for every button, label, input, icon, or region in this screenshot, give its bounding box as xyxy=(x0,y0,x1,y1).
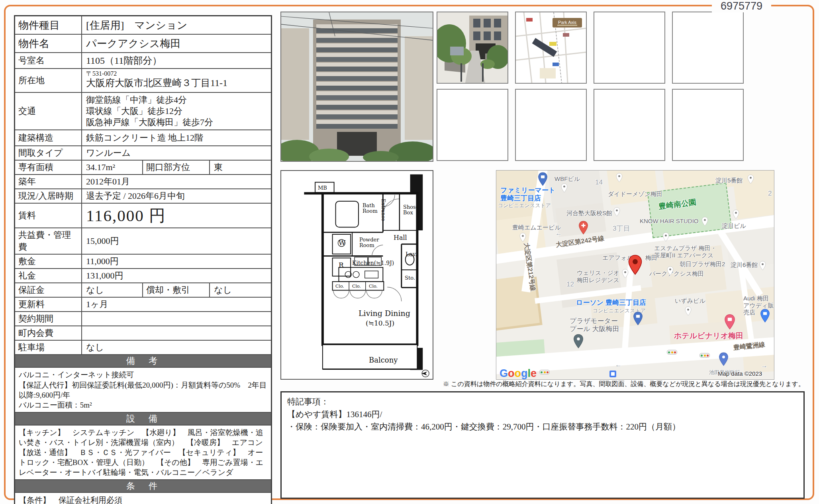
table-row: 現況/入居時期退去予定 / 2026年6月中旬 xyxy=(15,188,271,203)
google-logo-letter: e xyxy=(531,367,537,379)
map-label: WBFビル xyxy=(554,175,580,182)
google-logo-letter: l xyxy=(528,367,531,379)
floorplan-label: Bath Room xyxy=(362,203,378,214)
building-photo-illustration xyxy=(281,12,433,161)
conditions-body: 【条件】 保証会社利用必須 xyxy=(15,492,271,504)
property-location-marker xyxy=(628,255,643,275)
conditions-header: 条 件 xyxy=(15,479,271,492)
floorplan-label: MB xyxy=(318,185,327,191)
map-label: KNOW HAIR STUDIO xyxy=(640,218,699,225)
table-row: 建築構造鉄筋コンクリート造 地上12階 xyxy=(15,129,271,145)
table-row: 間取タイプワンルーム xyxy=(15,145,271,160)
empty-photo-slot xyxy=(594,89,665,161)
map-label: ファミリーマート 豊崎三丁目店 xyxy=(500,186,555,202)
empty-photo-slot xyxy=(594,12,665,84)
map-label: いずみビル xyxy=(675,297,705,304)
empty-photo-slot xyxy=(437,89,508,161)
floorplan-label: R xyxy=(339,262,344,269)
map-label: ダイドーメゾン梅田 xyxy=(608,190,662,198)
map-pin-poi xyxy=(561,183,568,193)
map-pin-poi xyxy=(701,217,708,226)
table-row-area: 専有面積34.17m²開口部方位東 xyxy=(15,160,271,174)
remarks-header: 備 考 xyxy=(15,354,271,367)
table-row: 更新料1ヶ月 xyxy=(15,297,271,311)
remarks-line: 【保証人代行】初回保証委託料(最低20,000円)：月額賃料等の50% 2年目以… xyxy=(19,380,267,400)
map-label: 淀川ビル xyxy=(722,222,746,229)
map-label: 豊崎エムエービル xyxy=(512,224,561,231)
map-label: コンビニエンスストア xyxy=(498,202,551,208)
map-pin-teal xyxy=(573,334,584,349)
floorplan-label: Sto. xyxy=(405,275,415,281)
floorplan-label: Shose Box xyxy=(403,204,419,215)
property-table: 物件種目[住居用] マンション 物件名パークアクシス梅田 号室名1105（11階… xyxy=(14,15,272,504)
google-logo: Google xyxy=(500,367,537,380)
floorplan-label: Hall xyxy=(394,235,407,241)
building-photo xyxy=(280,12,433,162)
table-row-address: 所在地 〒531-0072 大阪府大阪市北区豊崎３丁目11-1 xyxy=(15,68,271,92)
floorplan-label: Balcony xyxy=(369,357,398,364)
table-row-rent: 賃料116,000 円 xyxy=(15,203,271,227)
table-row: 駐車場なし xyxy=(15,340,271,354)
transport-line: 環状線「大阪」徒歩12分 xyxy=(86,106,267,117)
remarks-body: バルコニ・インターネット接続可 【保証人代行】初回保証委託料(最低20,000円… xyxy=(15,367,271,412)
notes-line: ・保険：保険要加入・室内清掃費：46,200円・鍵交換費：29,700円・口座振… xyxy=(287,421,798,433)
traffic-light-icon xyxy=(699,353,710,358)
notes-line: 【めやす賃料】136146円/ xyxy=(287,408,798,421)
map-pin-hosp xyxy=(578,221,588,235)
remarks-line: バルコニ・インターネット接続可 xyxy=(19,370,267,380)
map-label: 淀川6番館 xyxy=(731,261,758,269)
table-row: 共益費・管理費15,000円 xyxy=(15,227,271,254)
equipment-body: 【キッチン】 システムキッチン 【水廻り】 風呂・浴室乾燥機・追い焚き・バス・ト… xyxy=(15,425,271,479)
table-row-transport: 交通 御堂筋線「中津」徒歩4分 環状線「大阪」徒歩12分 阪急神戸線「大阪梅田」… xyxy=(15,92,271,129)
map-label: 梅田 xyxy=(645,254,657,261)
floorplan-label: Clo. xyxy=(352,284,361,289)
disclaimer-text: ※ この資料は物件の概略紹介資料になります。写真、間取図面、設備、概要などが現況… xyxy=(280,380,805,388)
map-pin-shop xyxy=(760,309,770,323)
map-label: 12 xyxy=(566,280,574,288)
transit-station-icon xyxy=(609,371,616,377)
floorplan: MBBath RoomEntranceShose BoxHallWPowder … xyxy=(280,170,433,380)
table-row: 契約期間 xyxy=(15,311,271,326)
map-pin-poi xyxy=(616,173,623,182)
map-pin-bank xyxy=(719,352,729,366)
floorplan-label: Kitchen(≒1.9J) xyxy=(352,260,394,266)
map-label: 14 xyxy=(595,178,603,186)
floorplan-label: Living Dining xyxy=(359,310,410,318)
special-notes-box: 特記事項： 【めやす賃料】136146円/ ・保険：保険要加入・室内清掃費：46… xyxy=(280,391,805,499)
transport-line: 御堂筋線「中津」徒歩4分 xyxy=(86,94,267,106)
map-pin-poi xyxy=(667,266,674,276)
access-map-thumb: Park Axis xyxy=(515,12,587,84)
floorplan-label: Lav. xyxy=(406,251,417,257)
floorplan-label: W xyxy=(339,239,345,247)
table-row: 号室名1105（11階部分） xyxy=(15,52,271,68)
thumbnail-grid: Park Axis xyxy=(437,12,744,161)
map-label: → xyxy=(761,362,768,370)
table-row: 物件名パークアクシス梅田 xyxy=(15,34,271,52)
equipment-header: 設 備 xyxy=(15,412,271,425)
map-pin-store xyxy=(538,172,548,186)
street-address: 大阪府大阪市北区豊崎３丁目11-1 xyxy=(86,77,267,89)
traffic-light-icon xyxy=(539,370,550,375)
table-row-deposit: 保証金なし償却・敷引なし xyxy=(15,282,271,297)
rent-amount: 116,000 円 xyxy=(82,204,271,227)
floorplan-label: (≒10.5J) xyxy=(366,320,394,327)
map-label: 3丁目 xyxy=(613,225,630,233)
map-label: ローソン 豊崎三丁目店 xyxy=(576,299,646,307)
map-pin-hotel xyxy=(724,314,735,330)
floorplan-labels: MBBath RoomEntranceShose BoxHallWPowder … xyxy=(281,171,433,379)
floorplan-label: Entrance xyxy=(380,199,386,221)
traffic-light-icon xyxy=(667,350,677,355)
empty-photo-slot xyxy=(672,12,744,84)
google-logo-letter: G xyxy=(500,367,508,379)
map-pin-poi xyxy=(685,306,692,316)
location-map: WBFビルファミリーマート 豊崎三丁目店コンビニエンスストア14ダイドーメゾン梅… xyxy=(496,170,774,380)
map-pin-poi xyxy=(519,233,526,242)
table-row: 敷金11,000円 xyxy=(15,254,271,268)
table-row: 築年2012年01月 xyxy=(15,174,271,188)
postal-code: 〒531-0072 xyxy=(86,70,267,77)
map-pin-poi xyxy=(747,175,754,184)
notes-line: 特記事項： xyxy=(287,396,798,408)
map-label: ← xyxy=(555,229,562,237)
floorplan-label: Clo. xyxy=(335,284,344,289)
empty-photo-slot xyxy=(672,89,744,161)
